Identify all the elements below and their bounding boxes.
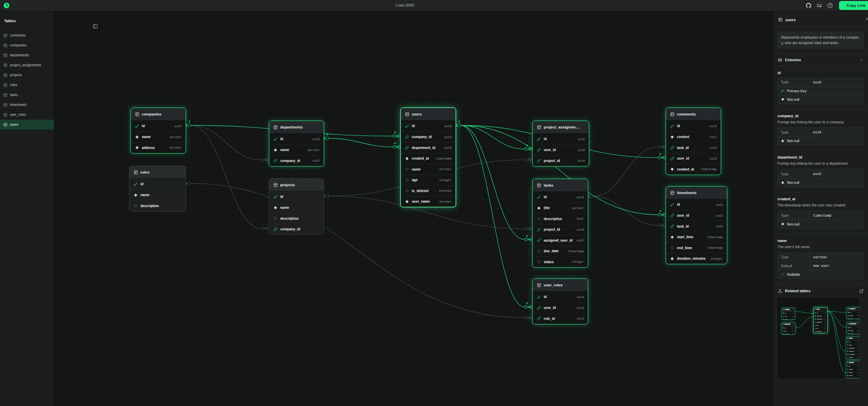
column-row-id[interactable]: iduuid: [666, 199, 727, 210]
megaphone-icon[interactable]: [817, 3, 822, 8]
sidebar-item-users[interactable]: users: [0, 120, 54, 130]
column-row-id[interactable]: iduuid: [666, 121, 721, 132]
column-row-project_id[interactable]: project_iduuid: [533, 224, 588, 235]
table-node-roles[interactable]: rolesidnamedescription: [129, 166, 186, 212]
column-row-id[interactable]: iduuid: [533, 192, 588, 203]
column-row-id[interactable]: id: [269, 191, 324, 202]
column-row-description[interactable]: description: [130, 200, 186, 211]
column-row-start_time[interactable]: start_timetimestamp: [666, 232, 727, 243]
column-row-name[interactable]: namevarchar: [269, 145, 324, 155]
chevron-up-icon[interactable]: [859, 58, 864, 62]
sidebar-item-roles[interactable]: roles: [0, 80, 54, 90]
column-row-user_id[interactable]: user_iduuid: [666, 153, 721, 164]
column-row-name[interactable]: name: [269, 202, 324, 213]
column-row-created_at[interactable]: created_attimestamp: [401, 153, 456, 164]
erd-canvas[interactable]: nnnnnnn111 companiesiduuidnamevarcharadd…: [54, 11, 773, 406]
column-row-role_id[interactable]: role_iduuid: [533, 313, 588, 324]
column-row-end_time[interactable]: end_timetimestamp: [666, 242, 727, 253]
attribute-row: Typeuuid: [778, 128, 864, 136]
column-row-name[interactable]: namevarchar: [131, 132, 186, 143]
minimap-table-departments[interactable]: [781, 322, 796, 335]
sidebar-item-companies[interactable]: companies: [0, 40, 54, 50]
sidebar-item-departments[interactable]: departments: [0, 50, 54, 60]
column-row-content[interactable]: contenttext: [666, 132, 721, 143]
column-row-id[interactable]: iduuid: [533, 134, 589, 145]
table-node-tasks[interactable]: tasksiduuidtitlevarchardescriptiontextpr…: [532, 179, 588, 268]
column-row-assigned_user_id[interactable]: assigned_user_iduuid: [533, 235, 588, 246]
column-name: id: [544, 295, 547, 299]
table-node-users[interactable]: usersiduuidcompany_iduuiddepartment_iduu…: [401, 108, 456, 207]
column-row-id[interactable]: iduuid: [533, 292, 588, 302]
column-row-user_name[interactable]: user_namevarchar: [401, 196, 456, 207]
column-row-id[interactable]: id: [130, 179, 186, 190]
table-node-project_assignments[interactable]: project_assignme…iduuiduser_iduuidprojec…: [532, 121, 589, 166]
sidebar-item-project_assignments[interactable]: project_assignments: [0, 60, 54, 70]
table-node-companies[interactable]: companiesiduuidnamevarcharaddressvarchar: [131, 108, 186, 153]
table-icon: [778, 17, 783, 22]
column-row-department_id[interactable]: department_iduuid: [401, 142, 456, 153]
column-row-age[interactable]: ageinteger: [401, 175, 456, 186]
column-row-company_id[interactable]: company_iduuid: [401, 132, 456, 143]
link-icon: [670, 224, 674, 228]
column-row-task_id[interactable]: task_iduuid: [666, 221, 727, 232]
column-row-is_deleted[interactable]: is_deletedboolean: [401, 185, 456, 196]
table-node-timesheets[interactable]: timesheetsiduuiduser_iduuidtask_iduuidst…: [666, 186, 727, 264]
column-row-id[interactable]: iduuid: [131, 121, 186, 132]
sidebar-item-tasks[interactable]: tasks: [0, 90, 54, 100]
minimap-table-project_assignments[interactable]: [846, 322, 860, 334]
column-row-created_at[interactable]: created_attimestamp: [666, 164, 721, 175]
table-node-comments[interactable]: commentsiduuidcontenttexttask_iduuiduser…: [666, 108, 721, 175]
column-row-status[interactable]: statusinteger: [533, 256, 588, 267]
column-detail-description: The user's full name.: [777, 244, 864, 250]
column-row-user_id[interactable]: user_iduuid: [666, 210, 727, 221]
column-type: uuid: [577, 228, 584, 231]
column-row-title[interactable]: titlevarchar: [533, 203, 588, 214]
github-icon[interactable]: [806, 3, 811, 8]
table-node-user_roles[interactable]: user_rolesiduuiduser_iduuidrole_iduuid: [532, 279, 588, 324]
notnull-icon: [670, 167, 674, 171]
table-node-projects[interactable]: projectsidnamedescriptioncompany_id: [269, 178, 324, 235]
sidebar-item-timesheets[interactable]: timesheets: [0, 100, 54, 110]
column-type: integer: [571, 260, 584, 263]
column-row-description[interactable]: descriptiontext: [533, 213, 588, 224]
sidebar-item-comments[interactable]: comments: [0, 30, 54, 40]
table-icon: [537, 283, 541, 287]
sidebar-item-projects[interactable]: projects: [0, 70, 54, 80]
column-row-project_id[interactable]: project_iduuid: [533, 155, 589, 166]
minimap-table-comments[interactable]: [846, 361, 860, 378]
column-row-name[interactable]: namevarchar: [401, 164, 456, 175]
minimap-table-users[interactable]: [813, 307, 828, 333]
minimap-table-user_roles[interactable]: [846, 307, 860, 319]
svg-text:n: n: [394, 141, 396, 145]
column-row-company_id[interactable]: company_iduuid: [269, 155, 324, 166]
table-node-departments[interactable]: departmentsiduuidnamevarcharcompany_iduu…: [269, 121, 324, 166]
help-icon[interactable]: [827, 3, 833, 8]
column-name: id: [412, 124, 415, 128]
column-row-description[interactable]: description: [269, 213, 324, 224]
column-row-id[interactable]: iduuid: [401, 121, 456, 132]
column-name: user_name: [412, 200, 430, 203]
liam-logo[interactable]: [3, 2, 10, 9]
collapse-panel-icon[interactable]: [865, 17, 868, 21]
notnull-icon: [135, 135, 139, 139]
minimap-table-companies[interactable]: [782, 308, 795, 320]
column-row-address[interactable]: addressvarchar: [131, 142, 186, 153]
column-row-duration_minutes[interactable]: duration_minutesinteger: [666, 253, 727, 264]
column-row-user_id[interactable]: user_iduuid: [533, 145, 589, 155]
related-tables-minimap[interactable]: [777, 297, 860, 379]
nullable-icon: [537, 260, 541, 264]
column-row-task_id[interactable]: task_iduuid: [666, 142, 721, 153]
minimap-table-tasks[interactable]: [846, 336, 860, 360]
copy-link-button[interactable]: Copy Link: [839, 1, 868, 10]
open-related-icon[interactable]: [859, 289, 864, 293]
sidebar-item-user_roles[interactable]: user_roles: [0, 110, 54, 120]
column-row-id[interactable]: iduuid: [269, 134, 324, 145]
column-row-user_id[interactable]: user_iduuid: [533, 302, 588, 313]
column-row-name[interactable]: name: [130, 190, 186, 201]
column-row-company_id[interactable]: company_id: [269, 224, 324, 235]
detail-table-name: users: [785, 18, 796, 22]
sidebar-toggle-icon[interactable]: [93, 24, 98, 29]
table-icon: [670, 112, 675, 117]
column-row-due_date[interactable]: due_datetimestamp: [533, 246, 588, 257]
column-type: uuid: [313, 159, 320, 162]
